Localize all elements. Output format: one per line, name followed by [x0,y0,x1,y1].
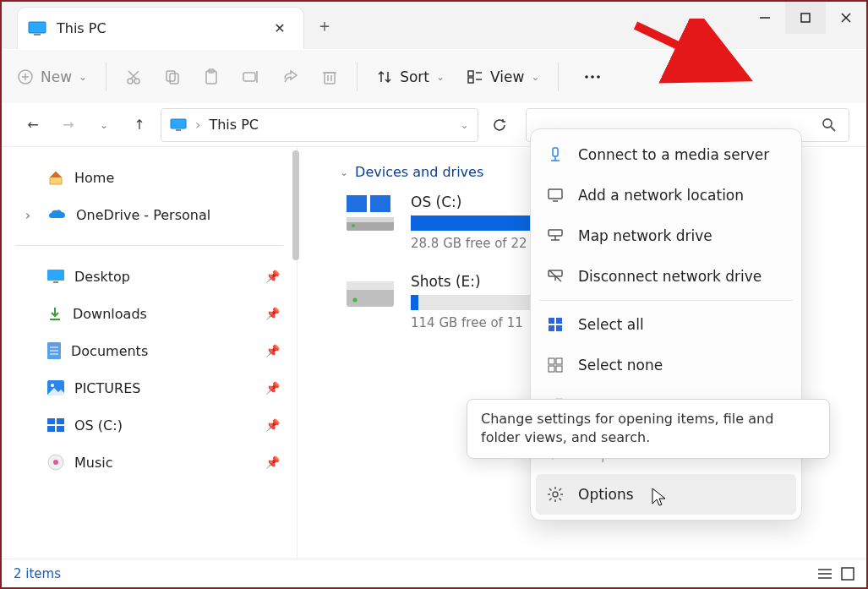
svg-rect-30 [171,119,186,128]
cloud-icon [47,208,66,221]
svg-rect-55 [347,281,394,290]
menu-item-label: Select none [578,357,663,374]
svg-rect-13 [167,71,175,81]
svg-rect-0 [29,22,46,33]
back-button[interactable]: ← [19,111,47,139]
cut-button[interactable] [117,60,150,94]
item-count: 2 items [14,566,61,581]
select-none-icon [546,357,565,373]
svg-line-88 [549,499,552,501]
status-bar: 2 items [2,559,866,587]
sort-button[interactable]: Sort ⌄ [368,60,453,94]
sidebar-item-desktop[interactable]: Desktop 📌 [10,258,288,295]
chevron-down-icon[interactable]: ⌄ [460,119,468,131]
svg-rect-73 [556,358,562,364]
menu-item-label: Disconnect network drive [578,268,762,285]
sidebar-item-onedrive[interactable]: › OneDrive - Personal [10,196,288,233]
svg-rect-52 [347,217,394,222]
drive-net-icon [546,228,565,243]
sidebar: Home › OneDrive - Personal Desktop 📌 Dow… [2,147,298,559]
chevron-down-icon: ⌄ [531,71,539,83]
up-button[interactable]: ↑ [125,111,154,139]
menu-item-select-none[interactable]: Select none [531,345,801,385]
maximize-button[interactable] [785,2,826,34]
svg-point-53 [352,224,355,227]
recent-locations-button[interactable]: ⌄ [90,111,118,139]
minimize-button[interactable] [745,2,785,34]
divider [15,245,283,246]
menu-item-label: Add a network location [578,187,744,204]
details-view-button[interactable] [817,567,833,581]
drive-name: OS (C:) [411,194,538,210]
more-button[interactable] [569,60,616,94]
svg-rect-46 [57,426,64,432]
view-label: View [490,68,524,85]
svg-point-29 [598,75,601,79]
menu-item-options[interactable]: Options [536,474,796,515]
delete-button[interactable] [313,60,347,94]
svg-rect-50 [370,195,390,212]
sidebar-item-music[interactable]: Music 📌 [10,444,288,481]
clipboard-icon [203,68,220,85]
forward-button[interactable]: → [54,111,83,139]
section-label: Devices and drives [355,164,483,180]
title-bar: This PC ✕ ＋ [2,2,866,49]
refresh-button[interactable] [485,111,514,139]
svg-rect-35 [53,281,58,283]
pin-icon: 📌 [265,344,280,357]
svg-point-27 [586,75,589,79]
sort-icon [376,68,393,85]
view-button[interactable]: View ⌄ [458,60,548,94]
svg-rect-75 [556,366,562,372]
sidebar-item-pictures[interactable]: PICTURES 📌 [10,369,288,406]
paste-button[interactable] [194,60,228,94]
scrollbar[interactable] [292,150,299,260]
tab-this-pc[interactable]: This PC ✕ [17,7,304,49]
svg-rect-71 [556,325,562,331]
menu-item-label: Connect to a media server [578,146,769,163]
menu-item-select-all[interactable]: Select all [531,304,801,345]
large-icons-view-button[interactable] [841,567,854,581]
copy-icon [164,68,181,85]
share-button[interactable] [274,60,308,94]
svg-rect-34 [47,270,64,281]
new-button[interactable]: New ⌄ [8,60,96,94]
menu-item-map-drive[interactable]: Map network drive [531,215,801,256]
svg-rect-62 [549,230,562,236]
svg-line-87 [560,488,562,491]
picture-icon [47,380,64,395]
monitor-icon [546,188,565,203]
sidebar-item-label: Downloads [73,306,147,322]
tooltip: Change settings for opening items, file … [467,399,830,459]
rename-button[interactable] [233,60,269,94]
sidebar-item-label: Documents [71,343,148,359]
menu-item-disconnect-drive[interactable]: Disconnect network drive [531,256,801,297]
menu-item-add-network[interactable]: Add a network location [531,175,801,215]
sidebar-item-home[interactable]: Home [10,159,288,196]
sidebar-item-label: Music [74,455,113,471]
svg-rect-14 [170,74,178,84]
sidebar-item-documents[interactable]: Documents 📌 [10,332,288,369]
menu-separator [539,300,793,301]
sort-label: Sort [400,68,429,85]
capacity-bar [411,215,538,231]
svg-rect-31 [176,129,181,131]
sidebar-item-os-c[interactable]: OS (C:) 📌 [10,406,288,444]
svg-point-80 [553,492,558,497]
desktop-icon [47,270,64,283]
svg-rect-1 [34,34,41,35]
svg-rect-24 [468,78,473,83]
close-tab-icon[interactable]: ✕ [270,19,290,39]
capacity-bar [411,295,538,310]
menu-item-media-server[interactable]: Connect to a media server [531,134,801,175]
copy-button[interactable] [156,60,189,94]
svg-rect-23 [468,71,473,76]
new-tab-button[interactable]: ＋ [304,5,345,46]
address-text: This PC [209,117,259,133]
close-window-button[interactable] [826,2,866,34]
address-bar[interactable]: › This PC ⌄ [161,108,478,142]
chevron-down-icon: ⌄ [340,166,348,178]
sidebar-item-downloads[interactable]: Downloads 📌 [10,295,288,332]
svg-rect-19 [325,73,335,84]
drive-free-text: 114 GB free of 11 [411,315,538,330]
